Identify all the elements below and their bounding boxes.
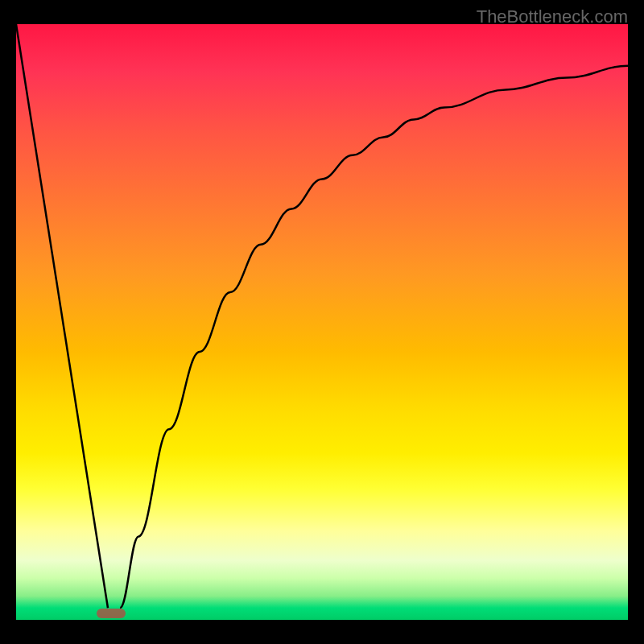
watermark-text: TheBottleneck.com bbox=[477, 6, 628, 27]
left-line-path bbox=[16, 24, 108, 608]
chart-curves bbox=[16, 24, 628, 620]
chart-area bbox=[16, 24, 628, 620]
min-point-marker bbox=[97, 609, 126, 618]
right-curve-path bbox=[120, 66, 628, 608]
